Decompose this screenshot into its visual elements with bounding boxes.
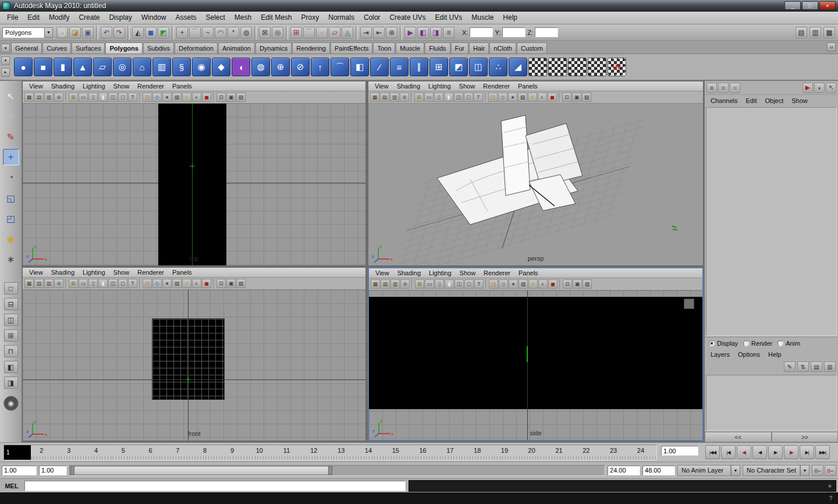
- layer-radio-anim[interactable]: Anim: [777, 340, 800, 347]
- vp-menu-view[interactable]: View: [371, 269, 393, 276]
- sculpt-geometry-icon[interactable]: ◖: [232, 58, 250, 76]
- layer-menu-help[interactable]: Help: [764, 351, 786, 358]
- hypershade-layout-icon[interactable]: ◨: [4, 377, 18, 389]
- menu-select[interactable]: Select: [201, 12, 229, 24]
- redo-icon[interactable]: ↷: [113, 27, 125, 38]
- vp-menu-renderer[interactable]: Renderer: [133, 83, 168, 90]
- open-render-view-icon[interactable]: ▶: [404, 27, 416, 38]
- channel-mode-icon[interactable]: ◗: [814, 83, 825, 93]
- poly-smooth-icon[interactable]: ◍: [251, 58, 270, 76]
- go-to-start-button[interactable]: |◀◀: [705, 445, 720, 459]
- open-scene-icon[interactable]: ◪: [69, 27, 81, 38]
- vp-menu-shading[interactable]: Shading: [393, 83, 424, 90]
- viewport-canvas-front[interactable]: front x y z: [23, 290, 365, 441]
- ipr-render-icon[interactable]: ◨: [430, 27, 442, 38]
- vp-menu-show[interactable]: Show: [109, 83, 134, 90]
- anim-layer-value[interactable]: No Anim Layer: [677, 465, 731, 476]
- step-back-frame-button[interactable]: |◀: [721, 445, 736, 459]
- separate-icon[interactable]: ⊘: [291, 58, 310, 76]
- step-forward-key-button[interactable]: |▶: [784, 445, 798, 459]
- shelf-tab-fur[interactable]: Fur: [451, 42, 469, 54]
- hotbox-icon[interactable]: ◉: [3, 396, 19, 411]
- textured-icon[interactable]: ▨: [172, 279, 182, 288]
- vp-menu-panels[interactable]: Panels: [514, 83, 542, 90]
- smooth-shade-icon[interactable]: ●: [509, 279, 518, 289]
- lasso-tool-icon[interactable]: ◌: [3, 108, 19, 125]
- frame-label-17[interactable]: 17: [436, 445, 464, 460]
- wireframe-icon[interactable]: ◇: [152, 279, 162, 288]
- viewport-canvas-side[interactable]: side x y z: [369, 290, 702, 440]
- layer-list-area[interactable]: [706, 375, 837, 431]
- safe-action-icon[interactable]: ◻: [118, 279, 127, 288]
- shelf-tab-deformation[interactable]: Deformation: [175, 42, 218, 54]
- paint-selection-tool-icon[interactable]: ✎: [3, 129, 19, 145]
- frame-label-12[interactable]: 12: [300, 445, 328, 460]
- vp-menu-shading[interactable]: Shading: [393, 269, 425, 276]
- save-scene-icon[interactable]: ▣: [82, 27, 94, 38]
- vp-menu-view[interactable]: View: [371, 83, 393, 90]
- combine-icon[interactable]: ⊕: [271, 58, 290, 76]
- select-component-icon[interactable]: ◩: [158, 27, 169, 38]
- poly-cube-icon[interactable]: ■: [34, 58, 52, 76]
- step-forward-frame-button[interactable]: ▶|: [800, 445, 814, 459]
- lock-selection-icon[interactable]: ⊠: [259, 27, 271, 38]
- camera-attributes-icon[interactable]: ▤: [34, 279, 44, 288]
- field-chart-icon[interactable]: ◫: [454, 279, 464, 289]
- film-gate-icon[interactable]: ▭: [424, 93, 434, 102]
- rotate-tool-icon[interactable]: ◔: [3, 169, 19, 186]
- xray-icon[interactable]: ▧: [582, 93, 591, 102]
- snap-to-point-icon[interactable]: ∙: [316, 27, 328, 38]
- safe-title-icon[interactable]: T: [128, 279, 137, 288]
- shelf-tab-subdivs[interactable]: Subdivs: [143, 42, 174, 54]
- poly-plane-icon[interactable]: ▱: [93, 58, 112, 76]
- attribute-editor-toggle-icon[interactable]: ▤: [796, 27, 807, 38]
- resolution-gate-icon[interactable]: ▯: [88, 93, 98, 102]
- script-editor-icon[interactable]: ≡: [825, 481, 835, 491]
- shelf-menu-icon[interactable]: ▸: [1, 68, 10, 77]
- spherical-mapping-icon[interactable]: [568, 58, 587, 76]
- vp-menu-panels[interactable]: Panels: [514, 269, 542, 276]
- view-grid-icon[interactable]: ⊞: [69, 93, 78, 102]
- gate-mask-icon[interactable]: ▮: [444, 93, 453, 102]
- shelf-tab-polygons[interactable]: Polygons: [105, 42, 143, 54]
- menu-color[interactable]: Color: [359, 12, 385, 24]
- frame-label-16[interactable]: 16: [409, 445, 436, 460]
- bookmarks-icon[interactable]: ▥: [44, 279, 54, 288]
- image-plane[interactable]: [369, 297, 702, 409]
- reorder-layers-icon[interactable]: ⇅: [797, 361, 809, 372]
- layer-editor-display-icon[interactable]: ≡: [718, 83, 729, 93]
- isolate-select-icon[interactable]: ⊡: [216, 93, 226, 102]
- isolate-select-icon[interactable]: ⊡: [216, 279, 226, 288]
- channel-menu-show[interactable]: Show: [787, 97, 812, 104]
- shelf-tab-surfaces[interactable]: Surfaces: [72, 42, 105, 54]
- slide-left-button[interactable]: <<: [705, 432, 772, 442]
- shadows-icon[interactable]: ◐: [192, 279, 201, 288]
- scale-tool-icon[interactable]: ◱: [3, 190, 19, 206]
- view-grid-icon[interactable]: ⊞: [414, 93, 424, 102]
- uv-texture-editor-icon[interactable]: UV: [608, 58, 626, 76]
- shelf-tabs-toggle-icon[interactable]: ▾: [1, 56, 10, 65]
- three-panes-layout-icon[interactable]: ⊓: [4, 345, 18, 357]
- poly-pipe-icon[interactable]: ▥: [152, 58, 171, 76]
- mel-input[interactable]: [24, 481, 406, 491]
- mask-joints-icon[interactable]: ⌒: [189, 27, 201, 38]
- menu-help[interactable]: Help: [498, 12, 522, 24]
- anim-layer-selector[interactable]: No Anim Layer ▼: [677, 465, 740, 476]
- vp-menu-show[interactable]: Show: [456, 269, 480, 276]
- channel-menu-edit[interactable]: Edit: [741, 97, 761, 104]
- frame-label-13[interactable]: 13: [328, 445, 355, 460]
- vp-menu-lighting[interactable]: Lighting: [79, 83, 109, 90]
- camera-attributes-icon[interactable]: ▤: [381, 279, 390, 289]
- time-slider-track[interactable]: 23456789101112131415161718192021222324 1: [3, 445, 657, 460]
- frame-all-icon[interactable]: ◳: [143, 93, 152, 102]
- frame-label-2[interactable]: 2: [28, 445, 55, 460]
- set-key-icon[interactable]: o–: [812, 465, 823, 476]
- vp-menu-lighting[interactable]: Lighting: [425, 269, 456, 276]
- auto-keyframe-icon[interactable]: o–: [825, 465, 836, 476]
- coord-input-z[interactable]: [535, 27, 558, 37]
- frame-label-24[interactable]: 24: [627, 445, 655, 460]
- image-plane-handle[interactable]: [684, 299, 694, 309]
- channel-menu-channels[interactable]: Channels: [706, 97, 741, 104]
- close-button[interactable]: ×: [819, 1, 836, 10]
- film-gate-icon[interactable]: ▭: [79, 279, 88, 288]
